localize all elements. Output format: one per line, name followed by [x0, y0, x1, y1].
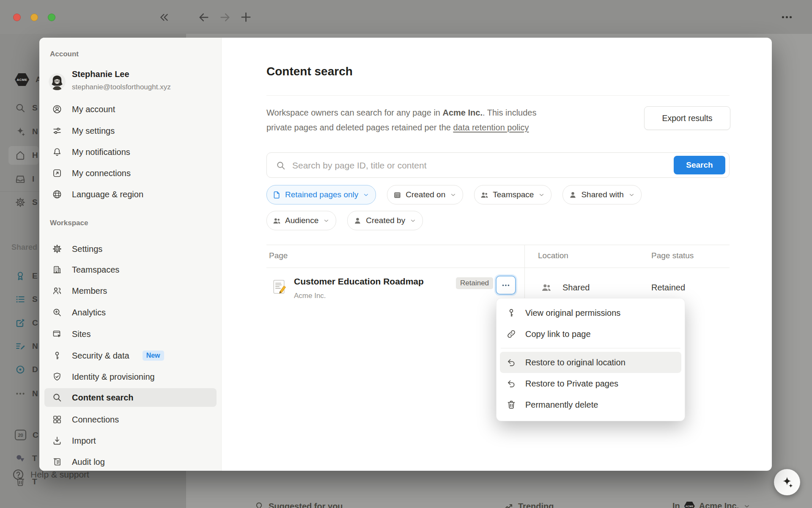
menu-item-view-original-permissions[interactable]: View original permissions: [500, 302, 681, 323]
row-more-button[interactable]: [496, 276, 516, 295]
acme-logo: ACME: [15, 73, 29, 86]
menu-separator: [501, 348, 680, 348]
sidebar-item-settings[interactable]: Settings: [44, 240, 217, 258]
filter-created-by[interactable]: Created by: [347, 211, 423, 230]
sidebar-item-audit-log[interactable]: Audit log: [44, 453, 217, 471]
account-section-label: Account: [50, 50, 79, 58]
filter-teamspace[interactable]: Teamspace: [474, 185, 551, 204]
people-icon: [480, 190, 489, 199]
undo-icon: [506, 357, 516, 367]
compose-icon: [15, 318, 26, 329]
gear-icon: [52, 244, 62, 254]
sidebar-item-language-region[interactable]: Language & region: [44, 185, 217, 204]
dots-icon: [15, 388, 26, 399]
sidebar-item-analytics[interactable]: Analytics: [44, 303, 217, 322]
sidebar-item-my-notifications[interactable]: My notifications: [44, 143, 217, 161]
person-icon: [353, 216, 362, 225]
workspace-section-label: Workspace: [50, 219, 88, 227]
window-more-icon[interactable]: [780, 11, 793, 24]
sidebar-item-identity-provisioning[interactable]: Identity & provisioning: [44, 367, 217, 386]
magnifier-plus-icon: [52, 307, 62, 318]
user-name: Stephanie Lee: [72, 69, 129, 79]
search-input[interactable]: [291, 153, 657, 178]
background-page-item: C: [15, 318, 38, 329]
building-icon: [52, 265, 62, 275]
menu-item-restore-private-pages[interactable]: Restore to Private pages: [500, 373, 681, 394]
chevron-down-icon: [323, 217, 330, 224]
sparkles-icon: [15, 126, 26, 137]
in-workspace-filter: In ACME Acme Inc.: [672, 501, 751, 508]
bell-icon: [52, 147, 62, 157]
memo-page-icon: [271, 279, 287, 295]
filter-retained-pages-only[interactable]: Retained pages only: [266, 185, 376, 204]
sidebar-item-connections[interactable]: Connections: [44, 410, 217, 429]
data-retention-policy-link[interactable]: data retention policy: [453, 123, 529, 132]
page-title-link[interactable]: Customer Education Roadmap: [294, 276, 424, 287]
forward-icon[interactable]: [219, 11, 231, 23]
collapse-sidebar-icon[interactable]: [158, 11, 170, 23]
search-bar: Search: [266, 152, 730, 178]
background-sidebar-item-settings: S: [15, 197, 38, 208]
trash-icon: [506, 400, 516, 410]
background-workspace-switcher: ACME A: [15, 73, 41, 86]
sidebar-item-content-search[interactable]: Content search: [44, 388, 217, 407]
ai-assistant-button[interactable]: [774, 469, 800, 495]
search-button[interactable]: Search: [674, 156, 725, 174]
sidebar-item-import[interactable]: Import: [44, 431, 217, 450]
minimize-window-button[interactable]: [30, 14, 38, 21]
sidebar-item-my-connections[interactable]: My connections: [44, 164, 217, 182]
sidebar-item-my-settings[interactable]: My settings: [44, 121, 217, 140]
key-icon: [52, 351, 62, 361]
sidebar-item-sites[interactable]: Sites: [44, 325, 217, 343]
globe-icon: [52, 189, 62, 199]
sidebar-item-security-data[interactable]: Security & dataNew: [44, 346, 217, 365]
close-window-button[interactable]: [13, 14, 21, 21]
sidebar-item-members[interactable]: Members: [44, 282, 217, 300]
home-icon: [15, 150, 26, 161]
sidebar-item-my-account[interactable]: My account: [44, 100, 217, 119]
menu-item-restore-original-location[interactable]: Restore to original location: [500, 352, 681, 373]
shield-check-icon: [52, 372, 62, 382]
background-sidebar-item-ai: N: [15, 126, 38, 137]
export-results-button[interactable]: Export results: [644, 106, 730, 130]
browser-cursor-icon: [52, 329, 62, 339]
menu-item-permanently-delete[interactable]: Permanently delete: [500, 394, 681, 415]
background-sidebar-item-search: S: [15, 102, 38, 113]
people-icon: [52, 286, 62, 296]
column-header-location: Location: [538, 251, 568, 260]
acme-logo: ACME: [684, 502, 695, 508]
lightbulb-icon: [254, 501, 264, 508]
filter-shared-with[interactable]: Shared with: [562, 185, 641, 204]
download-icon: [52, 436, 62, 446]
user-email: stephanie@toolsforthought.xyz: [72, 83, 171, 91]
filter-audience[interactable]: Audience: [266, 211, 336, 230]
screen: ACME A S N H I S Shared E S C N D N 20C …: [0, 0, 812, 508]
table-top-border: [266, 245, 730, 245]
list-icon: [15, 294, 26, 305]
back-icon[interactable]: [198, 11, 210, 23]
background-page-item: E: [15, 271, 38, 282]
zoom-window-button[interactable]: [48, 14, 55, 21]
page-workspace-subtitle: Acme Inc.: [294, 292, 326, 300]
menu-item-copy-link[interactable]: Copy link to page: [500, 323, 681, 345]
filter-created-on[interactable]: Created on: [387, 185, 463, 204]
shapes-icon: [15, 453, 26, 464]
page-description: Workspace owners can search for any page…: [266, 105, 605, 135]
link-icon: [506, 329, 516, 339]
retained-badge: Retained: [456, 277, 493, 289]
sidebar-item-teamspaces[interactable]: Teamspaces: [44, 260, 217, 279]
page-title: Content search: [266, 65, 353, 78]
scroll-icon: [52, 457, 62, 467]
document-icon: [272, 190, 281, 199]
chevron-down-icon: [409, 217, 417, 224]
search-icon: [52, 392, 62, 403]
calendar-icon: 20: [15, 430, 26, 440]
column-header-page-status: Page status: [651, 251, 694, 260]
background-shared-section-label: Shared: [11, 243, 37, 252]
person-circle-icon: [52, 104, 62, 114]
background-sidebar-item-templates: T: [15, 453, 37, 464]
new-tab-icon[interactable]: [239, 11, 252, 24]
settings-sidebar: Account Stephanie Lee stephanie@toolsfor…: [39, 38, 222, 471]
inbox-icon: [15, 174, 26, 185]
arrow-up-right-square-icon: [52, 168, 62, 178]
